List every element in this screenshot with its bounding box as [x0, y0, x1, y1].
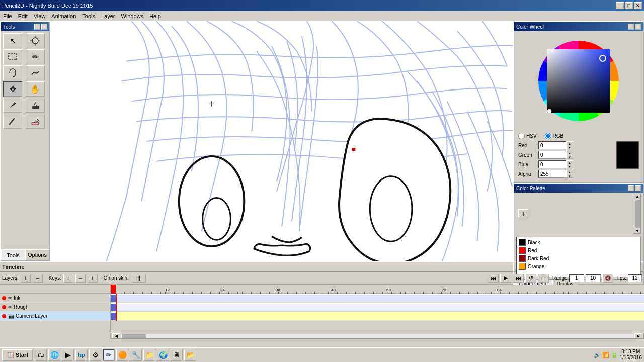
scroll-right-btn[interactable]: ▶ [634, 333, 642, 338]
layer-row-rough[interactable]: ✏ Rough [0, 303, 110, 312]
tools-close-btn[interactable]: ✕ [41, 24, 47, 30]
scrollbar-track[interactable] [121, 334, 633, 338]
scrollbar-thumb[interactable] [121, 334, 146, 338]
color-wheel-body[interactable] [514, 31, 643, 131]
taskbar-icon-media[interactable]: ▶ [62, 349, 74, 361]
remove-layer-btn[interactable]: − [33, 274, 43, 283]
rect-select-tool-btn[interactable] [3, 49, 22, 64]
frame-row-ink[interactable] [111, 294, 644, 303]
fast-forward-btn[interactable]: ⏭ [513, 274, 524, 283]
palette-float-btn[interactable]: □ [628, 185, 634, 191]
scroll-left-btn[interactable]: ◀ [112, 333, 120, 338]
select-tool-btn[interactable]: ↖ [3, 33, 22, 48]
taskbar-icon-files[interactable]: 📁 [143, 349, 155, 361]
volume-btn[interactable]: 🔇 [602, 274, 613, 283]
menu-edit[interactable]: Edit [15, 12, 31, 20]
palette-controls[interactable]: □ ✕ [628, 185, 641, 191]
menu-layer[interactable]: Layer [98, 12, 118, 20]
layer-row-camera[interactable]: 📷 Camera Layer [0, 312, 110, 321]
range-start-input[interactable] [569, 274, 584, 282]
menu-help[interactable]: Help [146, 12, 164, 20]
layers-panel: ✏ Ink ✏ Rough 📷 Camera Layer [0, 285, 111, 339]
transform-tool-btn[interactable] [26, 33, 45, 48]
minimize-btn[interactable]: ─ [616, 2, 624, 9]
rewind-btn[interactable]: ⏮ [488, 274, 499, 283]
cw-close-btn[interactable]: ✕ [635, 24, 641, 30]
dup-key-btn[interactable]: + [88, 274, 98, 283]
frames-area[interactable]: 12 24 36 48 60 72 84 [111, 285, 644, 339]
color-wheel-svg[interactable] [528, 33, 629, 129]
pencil-tool-btn[interactable]: ✏ [26, 49, 45, 64]
remove-key-btn[interactable]: − [75, 274, 86, 283]
canvas-area[interactable] [50, 21, 513, 261]
taskbar-icon-folder[interactable]: 🗂 [35, 349, 47, 361]
close-btn[interactable]: ✕ [634, 2, 642, 9]
frame-row-rough[interactable] [111, 303, 644, 312]
rgb-radio-label[interactable]: RGB [545, 133, 564, 139]
add-key-btn[interactable]: + [63, 274, 73, 283]
pen-tool-btn[interactable] [3, 98, 22, 113]
window-controls[interactable]: ─ □ ✕ [616, 2, 642, 9]
frame-row-camera[interactable] [111, 312, 644, 321]
taskbar-icon-folder2[interactable]: 📂 [184, 349, 196, 361]
taskbar-icon-chrome[interactable]: 🌍 [157, 349, 169, 361]
alpha-spinner[interactable]: ▲ ▼ [566, 170, 573, 178]
layer-row-ink[interactable]: ✏ Ink [0, 294, 110, 303]
palette-item-darkred[interactable]: Dark Red [518, 254, 639, 262]
eraser-tool-btn[interactable] [26, 114, 45, 129]
play-btn[interactable]: ▶ [500, 274, 511, 283]
green-input[interactable]: 0 [538, 151, 566, 159]
timeline-scrollbar[interactable]: ◀ ▶ [111, 333, 644, 339]
loop-marker-btn[interactable]: □ [538, 274, 549, 283]
camera-frame-indicator[interactable] [111, 313, 116, 320]
tools-float-btn[interactable]: □ [34, 24, 40, 30]
tab-tools[interactable]: Tools [1, 249, 25, 260]
palette-add-btn[interactable]: + [518, 209, 528, 218]
blue-input[interactable]: 0 [538, 160, 566, 168]
brush-tool-btn[interactable] [3, 114, 22, 129]
palette-item-red[interactable]: Red [518, 246, 639, 254]
rgb-radio[interactable] [545, 133, 551, 139]
red-spinner[interactable]: ▲ ▼ [566, 141, 573, 149]
hsv-radio[interactable] [518, 133, 525, 139]
ink-frame-indicator[interactable] [111, 295, 116, 302]
red-input[interactable]: 0 [538, 141, 566, 149]
alpha-input[interactable]: 255 [538, 170, 566, 178]
hand-tool-btn[interactable]: ✋ [26, 81, 45, 97]
range-end-input[interactable] [586, 274, 601, 282]
menu-file[interactable]: File [0, 12, 15, 20]
lasso-tool-btn[interactable] [3, 65, 22, 80]
taskbar-icon-monitor[interactable]: 🖥 [171, 349, 183, 361]
taskbar-icon-ie[interactable]: 🌐 [48, 349, 60, 361]
add-layer-btn[interactable]: + [21, 274, 31, 283]
taskbar-icon-blender[interactable]: 🟠 [116, 349, 128, 361]
taskbar-icon-pencil2d[interactable]: ✏ [103, 349, 115, 361]
cw-float-btn[interactable]: □ [628, 24, 634, 30]
start-button[interactable]: 🪟 Start [2, 349, 33, 361]
smudge-tool-btn[interactable] [26, 65, 45, 80]
taskbar-icon-hp[interactable]: hp [75, 349, 88, 361]
bucket-tool-btn[interactable] [26, 98, 45, 113]
loop-btn[interactable]: ↺ [525, 274, 536, 283]
hsv-radio-label[interactable]: HSV [518, 133, 537, 139]
palette-item-black[interactable]: Black [518, 238, 639, 246]
onion-skin-toggle[interactable]: ||| [131, 274, 146, 283]
rough-frame-indicator[interactable] [111, 304, 116, 311]
menu-windows[interactable]: Windows [118, 12, 147, 20]
move-tool-btn[interactable]: ✥ [3, 81, 22, 97]
palette-scrollbar[interactable]: ▲ ▼ [634, 194, 641, 234]
tab-options[interactable]: Options [25, 249, 49, 260]
taskbar-icon-app1[interactable]: ⚙ [89, 349, 101, 361]
palette-item-orange[interactable]: Orange [518, 262, 639, 270]
palette-list[interactable]: Black Red Dark Red Orange [516, 237, 641, 277]
maximize-btn[interactable]: □ [625, 2, 633, 9]
menu-tools[interactable]: Tools [79, 12, 98, 20]
menu-animation[interactable]: Animation [48, 12, 79, 20]
color-wheel-controls[interactable]: □ ✕ [628, 24, 641, 30]
blue-spinner[interactable]: ▲ ▼ [566, 160, 573, 168]
fps-input[interactable] [628, 274, 642, 282]
taskbar-icon-app3[interactable]: 🔧 [130, 349, 142, 361]
palette-close-btn[interactable]: ✕ [635, 185, 641, 191]
green-spinner[interactable]: ▲ ▼ [566, 151, 573, 159]
menu-view[interactable]: View [31, 12, 49, 20]
